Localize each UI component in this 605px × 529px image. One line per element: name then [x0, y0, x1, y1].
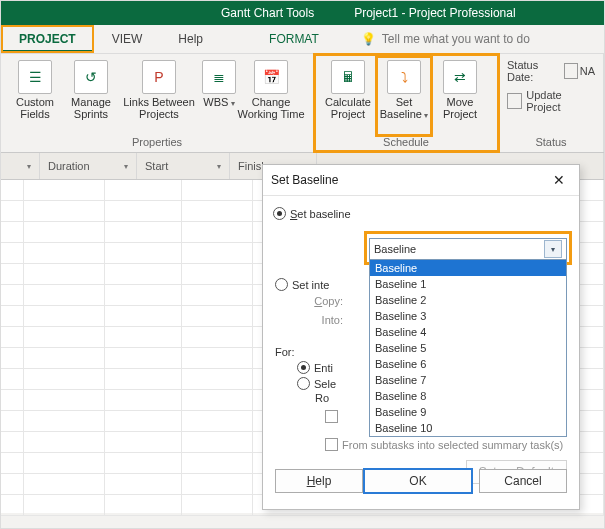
radio-set-interim-label: Set inte	[292, 279, 329, 291]
col-start-label: Start	[145, 160, 168, 172]
combo-item-baseline-10[interactable]: Baseline 10	[370, 420, 566, 436]
manage-sprints-icon: ↺	[74, 60, 108, 94]
tab-view[interactable]: VIEW	[94, 25, 161, 53]
group-schedule-label: Schedule	[320, 136, 492, 152]
calculate-label: Calculate Project	[325, 96, 371, 120]
radio-off-icon	[297, 377, 310, 390]
combo-item-baseline-9[interactable]: Baseline 9	[370, 404, 566, 420]
baseline-combo[interactable]: Baseline ▾	[369, 238, 567, 260]
move-project-label: Move Project	[443, 96, 477, 120]
col-duration-label: Duration	[48, 160, 90, 172]
baseline-combo-value: Baseline	[374, 243, 544, 255]
col-duration[interactable]: Duration▾	[40, 153, 137, 179]
combo-item-baseline-8[interactable]: Baseline 8	[370, 388, 566, 404]
checkbox-icon	[325, 410, 338, 423]
col-indicator[interactable]: ▾	[1, 153, 40, 179]
combo-item-baseline-3[interactable]: Baseline 3	[370, 308, 566, 324]
status-date-value: NA	[580, 65, 595, 77]
combo-item-baseline-2[interactable]: Baseline 2	[370, 292, 566, 308]
links-between-projects-button[interactable]: P Links Between Projects	[119, 56, 199, 136]
wbs-label: WBS	[203, 96, 228, 108]
move-project-button[interactable]: ⇄ Move Project	[432, 56, 488, 136]
manage-sprints-label: Manage Sprints	[71, 96, 111, 120]
dialog-title-text: Set Baseline	[271, 173, 338, 187]
radio-set-baseline-label: et baseline	[297, 208, 350, 220]
status-date-label: Status Date:	[507, 59, 560, 83]
manage-sprints-button[interactable]: ↺ Manage Sprints	[63, 56, 119, 136]
update-project-icon	[507, 93, 522, 109]
chevron-down-icon: ▾	[422, 111, 428, 120]
links-label: Links Between Projects	[123, 96, 195, 120]
dialog-titlebar: Set Baseline ✕	[263, 165, 579, 196]
close-button[interactable]: ✕	[547, 172, 571, 188]
change-wt-label: Change Working Time	[237, 96, 304, 120]
cancel-button[interactable]: Cancel	[479, 469, 567, 493]
baseline-combo-list: Baseline Baseline 1 Baseline 2 Baseline …	[369, 259, 567, 437]
update-project-label: Update Project	[526, 89, 595, 113]
combo-item-baseline-4[interactable]: Baseline 4	[370, 324, 566, 340]
document-title: Project1 - Project Professional	[354, 6, 515, 20]
radio-entire-label: Enti	[314, 362, 333, 374]
move-project-icon: ⇄	[443, 60, 477, 94]
combo-item-baseline[interactable]: Baseline	[370, 260, 566, 276]
for-label: For:	[275, 346, 295, 358]
tab-project[interactable]: PROJECT	[1, 25, 94, 53]
search-icon: 💡	[361, 32, 376, 46]
wbs-button[interactable]: ≣ WBS ▾	[199, 56, 239, 136]
ok-button[interactable]: OK	[363, 468, 473, 494]
custom-fields-icon: ☰	[18, 60, 52, 94]
radio-on-icon	[273, 207, 286, 220]
titlebar: Gantt Chart Tools Project1 - Project Pro…	[1, 1, 604, 25]
into-label: Into:	[305, 314, 343, 326]
set-baseline-dialog: Set Baseline ✕ Set baseline Baseline ▾ B…	[262, 164, 580, 510]
combo-item-baseline-1[interactable]: Baseline 1	[370, 276, 566, 292]
radio-selected-label: Sele	[314, 378, 336, 390]
change-working-time-button[interactable]: 📅 Change Working Time	[239, 56, 303, 136]
combo-item-baseline-5[interactable]: Baseline 5	[370, 340, 566, 356]
chk-from-subtasks-label: From subtasks into selected summary task…	[342, 439, 563, 451]
set-baseline-label: Set Baseline	[380, 96, 422, 120]
help-button[interactable]: Help	[275, 469, 363, 493]
chevron-down-icon: ▾	[544, 240, 562, 258]
chk-from-subtasks: From subtasks into selected summary task…	[325, 438, 563, 451]
col-start[interactable]: Start▾	[137, 153, 230, 179]
tell-me-search[interactable]: 💡 Tell me what you want to do	[361, 32, 530, 46]
radio-off-icon	[275, 278, 288, 291]
chevron-down-icon: ▾	[228, 99, 234, 108]
radio-on-icon	[297, 361, 310, 374]
calculate-icon: 🖩	[331, 60, 365, 94]
custom-fields-label: Custom Fields	[16, 96, 54, 120]
combo-item-baseline-6[interactable]: Baseline 6	[370, 356, 566, 372]
gantt-tools-title: Gantt Chart Tools	[221, 6, 314, 20]
update-project-button[interactable]: Update Project	[507, 89, 595, 113]
wbs-icon: ≣	[202, 60, 236, 94]
set-baseline-button[interactable]: ⤵ Set Baseline ▾	[376, 56, 432, 136]
tell-me-placeholder: Tell me what you want to do	[382, 32, 530, 46]
calendar-icon: 📅	[254, 60, 288, 94]
calculate-project-button[interactable]: 🖩 Calculate Project	[320, 56, 376, 136]
tab-help[interactable]: Help	[160, 25, 221, 53]
group-properties-label: Properties	[7, 136, 307, 152]
rollup-label: Ro	[315, 392, 329, 404]
links-icon: P	[142, 60, 176, 94]
combo-item-baseline-7[interactable]: Baseline 7	[370, 372, 566, 388]
radio-entire-project[interactable]: Enti	[297, 361, 333, 374]
group-status-label: Status	[505, 136, 597, 152]
status-date-button[interactable]: Status Date: NA	[507, 59, 595, 83]
calendar-small-icon	[564, 63, 578, 79]
tab-format[interactable]: FORMAT	[251, 25, 337, 53]
custom-fields-button[interactable]: ☰ Custom Fields	[7, 56, 63, 136]
radio-selected-tasks[interactable]: Sele	[297, 377, 336, 390]
ribbon-tabs: PROJECT VIEW Help FORMAT 💡 Tell me what …	[1, 25, 604, 54]
checkbox-icon	[325, 438, 338, 451]
ribbon: ☰ Custom Fields ↺ Manage Sprints P Links…	[1, 54, 604, 153]
copy-label: Copy:	[305, 295, 343, 307]
chk-to-summaries	[325, 410, 342, 423]
radio-set-baseline[interactable]: Set baseline	[273, 207, 569, 220]
set-baseline-icon: ⤵	[387, 60, 421, 94]
radio-set-interim[interactable]: Set inte	[275, 278, 329, 291]
